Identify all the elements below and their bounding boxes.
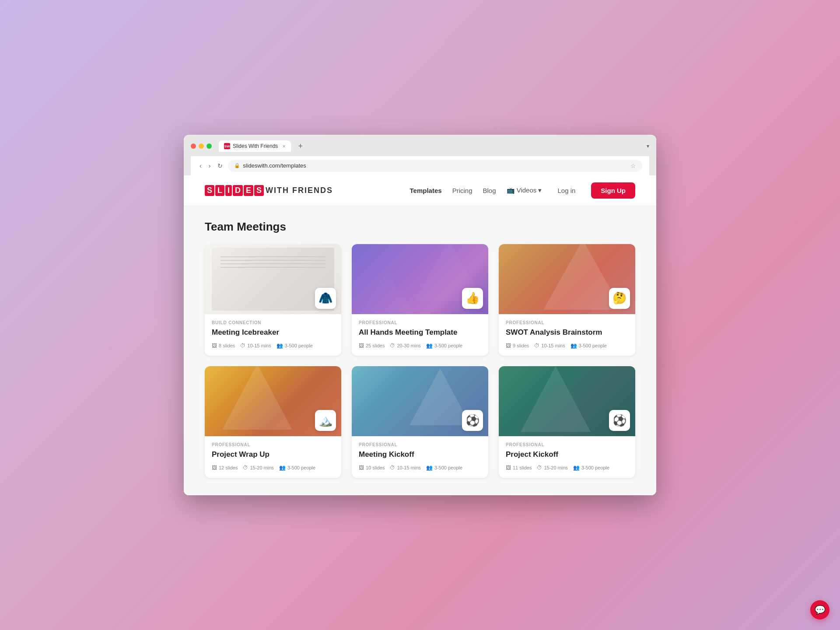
slides-meta: 🖼 10 slides — [359, 465, 385, 471]
card-project-kickoff[interactable]: ⚽ PROFESSIONAL Project Kickoff 🖼 11 slid… — [499, 366, 635, 478]
card-body-projectkickoff: PROFESSIONAL Project Kickoff 🖼 11 slides… — [499, 436, 635, 478]
bookmark-icon[interactable]: ☆ — [630, 162, 636, 169]
active-tab[interactable]: SW Slides With Friends ✕ — [219, 140, 291, 152]
address-bar: ‹ › ↻ 🔒 slideswith.com/templates ☆ — [191, 156, 649, 175]
slides-count: 25 slides — [366, 343, 385, 348]
card-title-swot: SWOT Analysis Brainstorm — [506, 328, 628, 337]
card-thumb-projectkickoff: ⚽ — [499, 366, 635, 436]
new-tab-btn[interactable]: + — [294, 140, 306, 153]
time-meta: ⏱ 20-30 mins — [390, 343, 420, 349]
card-category-icebreaker: BUILD CONNECTION — [212, 320, 334, 325]
card-category-projectwrap: PROFESSIONAL — [212, 442, 334, 447]
card-emoji-projectwrap: 🏔️ — [315, 410, 336, 431]
card-title-icebreaker: Meeting Icebreaker — [212, 328, 334, 337]
nav-blog[interactable]: Blog — [483, 187, 496, 194]
logo-with-friends: WITH FRIENDS — [266, 186, 333, 195]
url-input[interactable]: 🔒 slideswith.com/templates ☆ — [228, 160, 642, 172]
slides-count: 11 slides — [513, 465, 532, 470]
time-meta: ⏱ 15-20 mins — [243, 465, 273, 471]
card-category-kickoff: PROFESSIONAL — [359, 442, 481, 447]
geo-shape-2 — [360, 270, 413, 314]
people-meta: 👥 3-500 people — [426, 465, 462, 471]
slides-meta: 🖼 9 slides — [506, 343, 529, 349]
card-meta-projectwrap: 🖼 12 slides ⏱ 15-20 mins 👥 3-500 people — [212, 465, 334, 471]
page-content: S L I D E S WITH FRIENDS Templates Prici… — [184, 175, 656, 495]
slides-icon: 🖼 — [212, 343, 217, 349]
geo-shape-pk — [521, 366, 591, 432]
card-icebreaker[interactable]: 🧥 BUILD CONNECTION Meeting Icebreaker 🖼 … — [205, 244, 341, 356]
logo[interactable]: S L I D E S WITH FRIENDS — [205, 185, 333, 196]
card-meta-swot: 🖼 9 slides ⏱ 10-15 mins 👥 3-500 people — [506, 343, 628, 349]
card-thumb-swot: 🤔 — [499, 244, 635, 314]
slides-count: 10 slides — [366, 465, 385, 470]
people-icon: 👥 — [426, 465, 433, 471]
minimize-dot[interactable] — [199, 144, 204, 149]
time-meta: ⏱ 10-15 mins — [390, 465, 420, 471]
forward-btn[interactable]: › — [207, 161, 213, 170]
people-meta: 👥 3-500 people — [279, 465, 315, 471]
chat-icon: 💬 — [815, 605, 826, 615]
main-section: Team Meetings 🧥 — [184, 206, 656, 495]
card-meeting-kickoff[interactable]: ⚽ PROFESSIONAL Meeting Kickoff 🖼 10 slid… — [352, 366, 488, 478]
people-icon: 👥 — [276, 343, 283, 349]
time-value: 10-15 mins — [247, 343, 271, 348]
time-icon: ⏱ — [390, 465, 395, 471]
tab-title: Slides With Friends — [233, 143, 278, 149]
people-value: 3-500 people — [434, 343, 462, 348]
people-icon: 👥 — [570, 343, 577, 349]
tab-close-btn[interactable]: ✕ — [282, 144, 286, 149]
slides-icon: 🖼 — [506, 465, 511, 471]
card-body-kickoff: PROFESSIONAL Meeting Kickoff 🖼 10 slides… — [352, 436, 488, 478]
card-title-projectkickoff: Project Kickoff — [506, 450, 628, 459]
chat-widget[interactable]: 💬 — [810, 600, 830, 620]
reload-btn[interactable]: ↻ — [216, 161, 224, 170]
time-icon: ⏱ — [390, 343, 395, 349]
logo-letter-e: E — [244, 185, 253, 196]
people-value: 3-500 people — [579, 343, 607, 348]
maximize-dot[interactable] — [206, 144, 212, 149]
card-category-swot: PROFESSIONAL — [506, 320, 628, 325]
people-meta: 👥 3-500 people — [426, 343, 462, 349]
people-icon: 👥 — [426, 343, 433, 349]
card-title-projectwrap: Project Wrap Up — [212, 450, 334, 459]
card-title-allhands: All Hands Meeting Template — [359, 328, 481, 337]
card-body-swot: PROFESSIONAL SWOT Analysis Brainstorm 🖼 … — [499, 314, 635, 356]
card-allhands[interactable]: 👍 PROFESSIONAL All Hands Meeting Templat… — [352, 244, 488, 356]
tabs-chevron-icon[interactable]: ▾ — [647, 143, 649, 149]
slides-meta: 🖼 12 slides — [212, 465, 238, 471]
time-icon: ⏱ — [534, 343, 539, 349]
time-meta: ⏱ 15-20 mins — [537, 465, 567, 471]
logo-letter-d: D — [233, 185, 243, 196]
nav-links: Templates Pricing Blog 📺 Videos ▾ Log in… — [410, 182, 635, 199]
time-meta: ⏱ 10-15 mins — [240, 343, 271, 349]
browser-titlebar: SW Slides With Friends ✕ + ▾ ‹ › ↻ 🔒 sli… — [184, 135, 656, 175]
slides-meta: 🖼 8 slides — [212, 343, 235, 349]
nav-templates[interactable]: Templates — [410, 187, 442, 194]
card-body-allhands: PROFESSIONAL All Hands Meeting Template … — [352, 314, 488, 356]
card-meta-allhands: 🖼 25 slides ⏱ 20-30 mins 👥 3-500 people — [359, 343, 481, 349]
card-meta-icebreaker: 🖼 8 slides ⏱ 10-15 mins 👥 3-500 people — [212, 343, 334, 349]
time-value: 15-20 mins — [544, 465, 567, 470]
card-category-projectkickoff: PROFESSIONAL — [506, 442, 628, 447]
logo-letter-i: I — [225, 185, 232, 196]
nav-pricing[interactable]: Pricing — [452, 187, 472, 194]
card-swot[interactable]: 🤔 PROFESSIONAL SWOT Analysis Brainstorm … — [499, 244, 635, 356]
people-icon: 👥 — [279, 465, 286, 471]
time-meta: ⏱ 10-15 mins — [534, 343, 565, 349]
slides-count: 8 slides — [219, 343, 235, 348]
tab-favicon: SW — [224, 143, 230, 149]
close-dot[interactable] — [191, 144, 196, 149]
nav-videos[interactable]: 📺 Videos ▾ — [507, 186, 542, 194]
signup-btn[interactable]: Sign Up — [591, 182, 635, 199]
login-btn[interactable]: Log in — [552, 183, 581, 198]
url-text: slideswith.com/templates — [243, 162, 306, 169]
card-project-wrap[interactable]: 🏔️ PROFESSIONAL Project Wrap Up 🖼 12 sli… — [205, 366, 341, 478]
card-meta-kickoff: 🖼 10 slides ⏱ 10-15 mins 👥 3-500 people — [359, 465, 481, 471]
geo-shape-pw — [222, 366, 292, 430]
slides-count: 12 slides — [219, 465, 238, 470]
back-btn[interactable]: ‹ — [198, 161, 203, 170]
people-value: 3-500 people — [581, 465, 609, 470]
card-thumb-kickoff: ⚽ — [352, 366, 488, 436]
logo-letter-s2: S — [254, 185, 264, 196]
card-grid: 🧥 BUILD CONNECTION Meeting Icebreaker 🖼 … — [205, 244, 635, 478]
